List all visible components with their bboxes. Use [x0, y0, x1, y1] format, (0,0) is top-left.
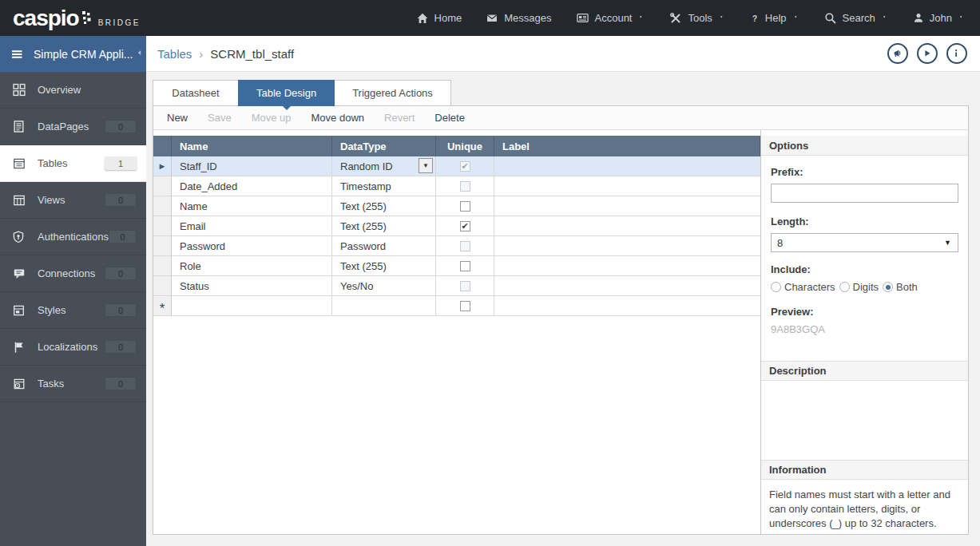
- unique-checkbox[interactable]: ✔: [460, 221, 470, 231]
- unique-checkbox[interactable]: ✔: [460, 301, 470, 311]
- sidebar-item-styles[interactable]: Styles 0: [0, 292, 146, 329]
- field-label-cell[interactable]: [494, 216, 760, 235]
- table-design-panel: NewSaveMove upMove downRevertDelete Name…: [153, 105, 969, 535]
- field-label-cell[interactable]: [494, 256, 760, 275]
- field-label-cell[interactable]: [494, 296, 760, 315]
- length-select[interactable]: 8 ▼: [771, 233, 958, 252]
- field-datatype-cell[interactable]: [332, 296, 436, 315]
- field-datatype-cell[interactable]: Text (255): [332, 216, 436, 235]
- length-label: Length:: [771, 216, 958, 228]
- app-menu-header[interactable]: Simple CRM Appli...: [0, 36, 146, 72]
- views-icon: [12, 194, 27, 207]
- play-tutorial-button[interactable]: [917, 43, 938, 64]
- nav-item-tools[interactable]: Tools: [669, 12, 725, 25]
- radio-characters[interactable]: [771, 282, 781, 292]
- field-label-cell[interactable]: [494, 236, 760, 255]
- tab-triggered-actions[interactable]: Triggered Actions: [334, 80, 451, 106]
- sidebar-collapse-icon[interactable]: [136, 48, 144, 57]
- nav-item-john[interactable]: John: [913, 12, 966, 24]
- field-label-cell[interactable]: [494, 276, 760, 295]
- caret-down-icon: [882, 15, 889, 21]
- field-name-cell[interactable]: Staff_ID: [172, 156, 332, 176]
- sidebar-item-label: Views: [38, 194, 65, 206]
- info-icon: [951, 48, 962, 59]
- field-datatype-cell[interactable]: Yes/No: [332, 276, 436, 295]
- move-down-button[interactable]: Move down: [311, 112, 364, 124]
- sidebar-item-authentications[interactable]: Authentications 0: [0, 219, 146, 255]
- tab-datasheet[interactable]: Datasheet: [153, 80, 239, 106]
- design-toolbar: NewSaveMove upMove downRevertDelete: [153, 106, 968, 130]
- sidebar-item-overview[interactable]: Overview: [0, 72, 146, 109]
- row-selector-cell[interactable]: *: [153, 296, 172, 315]
- grid-body: ► Staff_ID Random ID▼ ✔ Date_Added Times…: [153, 156, 760, 316]
- datatype-dropdown-button[interactable]: ▼: [419, 158, 433, 173]
- description-panel-content[interactable]: [761, 381, 968, 460]
- row-selector-cell[interactable]: [153, 256, 172, 275]
- nav-item-help[interactable]: ? Help: [750, 12, 800, 25]
- field-datatype-cell[interactable]: Timestamp: [332, 176, 436, 196]
- unique-checkbox[interactable]: ✔: [460, 261, 470, 271]
- column-header-datatype: DataType: [332, 136, 436, 156]
- caspio-logo[interactable]: caspio BRIDGE: [13, 0, 141, 36]
- row-selector-cell[interactable]: [153, 176, 172, 196]
- field-datatype-text: Timestamp: [340, 180, 391, 192]
- include-option-digits[interactable]: Digits: [839, 281, 879, 293]
- nav-item-search[interactable]: Search: [824, 12, 889, 25]
- hamburger-icon[interactable]: [10, 48, 24, 61]
- radio-digits[interactable]: [839, 282, 850, 292]
- field-datatype-cell[interactable]: Random ID▼: [332, 156, 436, 176]
- field-name-cell[interactable]: Date_Added: [172, 176, 332, 196]
- information-panel-content: Field names must start with a letter and…: [761, 480, 968, 534]
- field-label-cell[interactable]: [494, 196, 760, 216]
- row-selector-cell[interactable]: [153, 196, 172, 216]
- bridge-label: BRIDGE: [98, 18, 141, 27]
- sidebar-item-views[interactable]: Views 0: [0, 182, 146, 219]
- field-datatype-cell[interactable]: Text (255): [332, 196, 436, 216]
- row-selector-cell[interactable]: [153, 216, 172, 235]
- sidebar-item-tasks[interactable]: Tasks 0: [0, 366, 146, 402]
- new-button[interactable]: New: [167, 112, 188, 124]
- field-name-cell[interactable]: [172, 296, 332, 315]
- sidebar-item-label: Tasks: [38, 378, 64, 390]
- prefix-input[interactable]: [771, 184, 958, 203]
- unique-checkbox[interactable]: ✔: [460, 201, 470, 212]
- count-badge: 1: [105, 156, 137, 170]
- field-name-cell[interactable]: Email: [172, 216, 332, 235]
- field-label-cell[interactable]: [494, 156, 760, 176]
- row-selector-cell[interactable]: ►: [153, 156, 172, 176]
- field-name-cell[interactable]: Status: [172, 276, 332, 295]
- field-label-cell[interactable]: [494, 176, 760, 196]
- info-button[interactable]: [946, 43, 967, 64]
- caret-down-icon: [719, 15, 726, 21]
- row-selector-cell[interactable]: [153, 236, 172, 255]
- tab-table-design[interactable]: Table Design: [238, 80, 335, 106]
- nav-item-account[interactable]: Account: [576, 12, 646, 24]
- delete-button[interactable]: Delete: [434, 112, 465, 124]
- field-name-cell[interactable]: Role: [172, 256, 332, 275]
- nav-item-messages[interactable]: Messages: [486, 12, 551, 24]
- field-datatype-text: Text (255): [340, 220, 387, 232]
- sidebar-item-label: DataPages: [38, 121, 89, 133]
- home-icon: [416, 12, 429, 25]
- announcement-button[interactable]: [887, 43, 908, 64]
- breadcrumb-parent-link[interactable]: Tables: [157, 47, 192, 61]
- radio-both[interactable]: [883, 282, 893, 292]
- field-datatype-cell[interactable]: Text (255): [332, 256, 436, 275]
- row-selector-cell[interactable]: [153, 276, 172, 295]
- field-datatype-cell[interactable]: Password: [332, 236, 436, 255]
- column-header-unique: Unique: [436, 136, 494, 156]
- nav-item-label: John: [930, 12, 952, 24]
- sidebar-item-tables[interactable]: Tables 1: [0, 145, 146, 182]
- nav-item-label: Search: [843, 12, 875, 24]
- sidebar-item-localizations[interactable]: Localizations 0: [0, 329, 146, 366]
- field-unique-cell: ✔: [436, 196, 494, 216]
- messages-icon: [486, 13, 498, 24]
- sidebar-item-datapages[interactable]: DataPages 0: [0, 109, 146, 145]
- nav-item-home[interactable]: Home: [416, 12, 462, 25]
- include-option-both[interactable]: Both: [883, 281, 918, 293]
- field-name-cell[interactable]: Password: [172, 236, 332, 255]
- sidebar-item-connections[interactable]: Connections 0: [0, 255, 146, 292]
- sidebar-item-label: Overview: [38, 84, 81, 96]
- field-name-cell[interactable]: Name: [172, 196, 332, 216]
- include-option-characters[interactable]: Characters: [771, 281, 835, 293]
